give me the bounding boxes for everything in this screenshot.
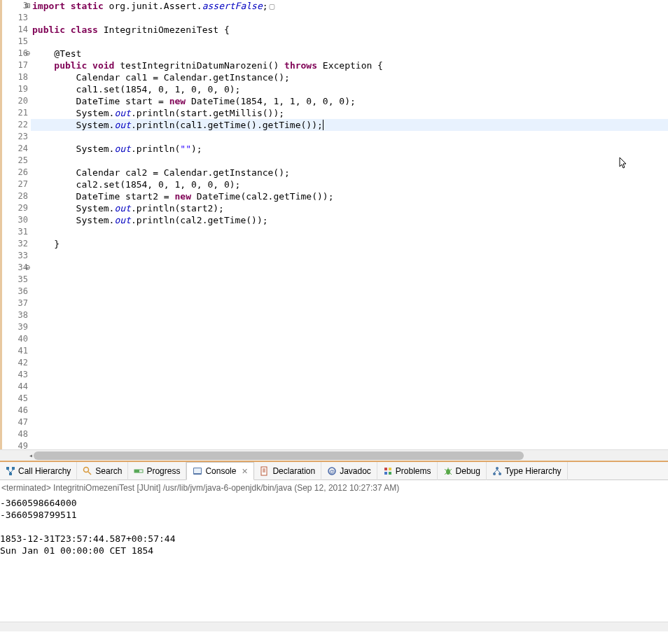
line-number: 20: [2, 95, 28, 107]
line-number: 32: [2, 238, 28, 250]
tab-label: Console: [205, 466, 236, 476]
code-line[interactable]: [31, 12, 668, 24]
code-line[interactable]: System.out.println("");: [31, 143, 668, 155]
line-number: 35: [2, 274, 28, 286]
code-line[interactable]: [31, 131, 668, 143]
svg-rect-0: [6, 467, 9, 470]
tab-label: Debug: [456, 466, 480, 476]
svg-point-17: [493, 472, 496, 475]
tab-search[interactable]: Search: [77, 462, 128, 480]
line-number: 30: [2, 214, 28, 226]
tab-problems[interactable]: Problems: [377, 462, 438, 480]
code-line[interactable]: public class IntegritniOmezeniTest {: [31, 24, 668, 36]
code-line[interactable]: [31, 416, 668, 428]
code-line[interactable]: [31, 309, 668, 321]
tab-progress[interactable]: Progress: [128, 462, 186, 480]
code-line[interactable]: Calendar cal1 = Calendar.getInstance();: [31, 71, 668, 83]
editor-horizontal-scrollbar[interactable]: ◂: [0, 449, 668, 461]
code-line[interactable]: }: [31, 238, 668, 250]
line-number: 28: [2, 190, 28, 202]
line-number: 38: [2, 309, 28, 321]
line-number: 23: [2, 131, 28, 143]
tab-type-hierarchy[interactable]: Type Hierarchy: [487, 462, 568, 480]
tab-javadoc[interactable]: @Javadoc: [321, 462, 377, 480]
tab-label: Progress: [146, 466, 180, 476]
code-line[interactable]: import static org.junit.Assert.assertFal…: [31, 0, 668, 12]
line-number: 36: [2, 286, 28, 298]
svg-rect-12: [389, 468, 391, 470]
code-line[interactable]: [31, 155, 668, 167]
code-content[interactable]: import static org.junit.Assert.assertFal…: [31, 0, 668, 449]
line-number-gutter: 3⊞13141516⊖17181920212223242526272829303…: [0, 0, 31, 449]
folded-code-indicator-icon[interactable]: ▢: [270, 1, 275, 11]
svg-rect-1: [12, 467, 15, 470]
tab-declaration[interactable]: Declaration: [254, 462, 321, 480]
tab-label: Call Hierarchy: [18, 466, 71, 476]
svg-rect-11: [384, 468, 387, 470]
declaration-icon: [260, 466, 270, 476]
code-line[interactable]: [31, 321, 668, 333]
line-number: 45: [2, 393, 28, 405]
code-line[interactable]: [31, 357, 668, 369]
code-line[interactable]: [31, 298, 668, 309]
line-number: 16: [2, 48, 28, 59]
svg-rect-5: [134, 470, 139, 472]
console-process-header: <terminated> IntegritniOmezeniTest [JUni…: [0, 480, 668, 496]
fold-collapse-icon[interactable]: ⊖: [25, 264, 30, 271]
line-number: 42: [2, 357, 28, 369]
fold-collapse-icon[interactable]: ⊖: [25, 50, 30, 57]
fold-expand-icon[interactable]: ⊞: [25, 2, 30, 9]
code-line[interactable]: [31, 250, 668, 262]
code-line[interactable]: [31, 274, 668, 286]
code-line[interactable]: cal1.set(1854, 0, 1, 0, 0, 0);: [31, 83, 668, 95]
tab-console[interactable]: Console✕: [186, 462, 254, 480]
code-line[interactable]: [31, 393, 668, 405]
svg-rect-13: [384, 472, 387, 475]
svg-rect-2: [9, 472, 12, 475]
tab-label: Declaration: [272, 466, 315, 476]
code-line[interactable]: [31, 345, 668, 357]
code-line[interactable]: cal2.set(1854, 0, 1, 0, 0, 0);: [31, 178, 668, 190]
code-line[interactable]: [31, 262, 668, 274]
code-line[interactable]: System.out.println(cal2.getTime());: [31, 214, 668, 226]
line-number: 44: [2, 381, 28, 393]
progress-icon: [134, 466, 144, 476]
code-line[interactable]: public void testIntegritniDatumNarozeni(…: [31, 59, 668, 71]
javadoc-icon: @: [327, 466, 337, 476]
code-line[interactable]: [31, 369, 668, 381]
tab-debug[interactable]: Debug: [438, 462, 487, 480]
tab-label: Javadoc: [340, 466, 371, 476]
code-line[interactable]: System.out.println(cal1.getTime().getTim…: [31, 119, 668, 131]
code-line[interactable]: [31, 286, 668, 298]
code-line[interactable]: @Test: [31, 48, 668, 59]
code-line[interactable]: [31, 333, 668, 345]
code-line[interactable]: System.out.println(start.getMillis());: [31, 107, 668, 119]
debug-icon: [443, 466, 453, 476]
console-output[interactable]: -3660598664000 -3660598799511 1853-12-31…: [0, 496, 668, 622]
line-number: 47: [2, 416, 28, 428]
line-number: 3: [2, 0, 28, 12]
line-number: 24: [2, 143, 28, 155]
code-line[interactable]: [31, 428, 668, 440]
console-icon: [193, 466, 202, 476]
code-line[interactable]: DateTime start2 = new DateTime(cal2.getT…: [31, 190, 668, 202]
svg-point-3: [84, 467, 89, 472]
code-line[interactable]: [31, 405, 668, 416]
console-horizontal-scrollbar[interactable]: [0, 622, 668, 631]
line-number: 15: [2, 36, 28, 48]
line-number: 22: [2, 119, 28, 131]
code-line[interactable]: [31, 381, 668, 393]
tab-label: Search: [95, 466, 122, 476]
code-line[interactable]: System.out.println(start2);: [31, 202, 668, 214]
code-line[interactable]: [31, 226, 668, 238]
close-icon[interactable]: ✕: [242, 467, 248, 476]
svg-point-16: [496, 467, 499, 470]
scrollbar-thumb[interactable]: [34, 451, 524, 460]
tab-call-hierarchy[interactable]: Call Hierarchy: [0, 462, 77, 480]
code-line[interactable]: DateTime start = new DateTime(1854, 1, 1…: [31, 95, 668, 107]
code-line[interactable]: Calendar cal2 = Calendar.getInstance();: [31, 167, 668, 178]
code-editor[interactable]: 3⊞13141516⊖17181920212223242526272829303…: [0, 0, 668, 449]
problems-icon: [383, 466, 393, 476]
code-line[interactable]: [31, 36, 668, 48]
text-caret: [323, 120, 323, 130]
